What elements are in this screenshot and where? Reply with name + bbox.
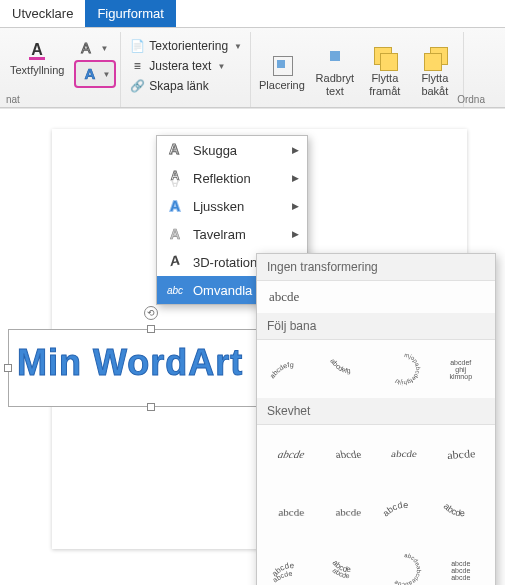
warp-option[interactable]: abcdeabcde bbox=[265, 549, 318, 585]
svg-text:abcde: abcde bbox=[382, 500, 409, 518]
warp-option[interactable]: abcde bbox=[378, 491, 431, 533]
menu-glow[interactable]: AA Ljussken ▶ bbox=[157, 192, 307, 220]
menu-shadow[interactable]: AA Skugga ▶ bbox=[157, 136, 307, 164]
chevron-down-icon: ▼ bbox=[234, 42, 242, 51]
section-warp: Skevhet bbox=[257, 398, 495, 425]
text-orientation-button[interactable]: 📄 Textorientering ▼ bbox=[125, 36, 246, 56]
svg-text:abcdefg: abcdefg bbox=[329, 357, 351, 375]
warp-option[interactable]: abcdeabcde bbox=[322, 549, 375, 585]
submenu-arrow-icon: ▶ bbox=[292, 145, 299, 155]
svg-text:abcdeabcdeabcde: abcdeabcdeabcde bbox=[393, 552, 423, 585]
resize-handle-top[interactable] bbox=[147, 325, 155, 333]
path-arch-up[interactable]: abcdefg bbox=[265, 348, 318, 390]
reflection-icon: AA bbox=[165, 169, 185, 187]
text-fill-icon: A bbox=[25, 38, 49, 62]
warp-option[interactable]: abcdeabcdeabcde bbox=[378, 549, 431, 585]
link-icon: 🔗 bbox=[129, 78, 145, 94]
svg-text:A: A bbox=[31, 41, 43, 58]
path-button[interactable]: abcdefghijklmnop bbox=[435, 348, 488, 390]
text-fill-label: Textfyllning bbox=[10, 64, 64, 76]
rotate-handle[interactable]: ⟲ bbox=[144, 306, 158, 320]
section-follow-path: Följ bana bbox=[257, 313, 495, 340]
group-label-left: nat bbox=[6, 94, 20, 105]
text-effects-button[interactable]: A ▼ bbox=[74, 60, 116, 88]
warp-option[interactable]: abcdeabcdeabcde bbox=[435, 549, 488, 585]
submenu-arrow-icon: ▶ bbox=[292, 201, 299, 211]
send-backward-label: Flytta bakåt bbox=[421, 72, 448, 96]
svg-text:A: A bbox=[82, 40, 92, 56]
menu-transform-label: Omvandla bbox=[193, 283, 252, 298]
resize-handle-left[interactable] bbox=[4, 364, 12, 372]
document-area: AA Skugga ▶ AA Reflektion ▶ AA Ljussken … bbox=[0, 108, 505, 583]
warp-option[interactable]: abcde bbox=[261, 433, 322, 475]
arrange-group: Placering Radbryt text Flytta framåt Fly… bbox=[251, 32, 464, 107]
wordart-text[interactable]: Min WordArt bbox=[9, 330, 292, 396]
align-text-icon: ≡ bbox=[129, 58, 145, 74]
svg-text:A: A bbox=[171, 177, 180, 187]
wordart-shape[interactable]: ⟲ Min WordArt bbox=[8, 329, 293, 407]
position-label: Placering bbox=[259, 79, 305, 91]
submenu-arrow-icon: ▶ bbox=[292, 229, 299, 239]
warp-row-1: abcde abcde abcde abcde bbox=[257, 425, 495, 483]
group-label-arrange: Ordna bbox=[457, 94, 485, 105]
svg-text:A: A bbox=[85, 65, 96, 82]
create-link-button[interactable]: 🔗 Skapa länk bbox=[125, 76, 212, 96]
warp-option[interactable]: abcde bbox=[430, 431, 491, 477]
bring-forward-button[interactable]: Flytta framåt bbox=[361, 44, 409, 98]
section-no-transform: Ingen transformering bbox=[257, 254, 495, 281]
svg-text:A: A bbox=[170, 226, 180, 242]
warp-option[interactable]: abcde bbox=[435, 491, 488, 533]
text-outline-button[interactable]: A ▼ bbox=[74, 38, 116, 58]
glow-icon: AA bbox=[165, 197, 185, 215]
bring-forward-icon bbox=[373, 46, 397, 70]
wrap-text-button[interactable]: Radbryt text bbox=[311, 44, 359, 98]
submenu-arrow-icon: ▶ bbox=[292, 173, 299, 183]
menu-bevel-label: Tavelram bbox=[193, 227, 246, 242]
position-button[interactable]: Placering bbox=[255, 51, 309, 93]
bevel-icon: A bbox=[165, 225, 185, 243]
menu-reflection-label: Reflektion bbox=[193, 171, 251, 186]
svg-text:A: A bbox=[170, 198, 180, 214]
follow-path-row: abcdefg abcdefg mjopabcdefghijkl abcdefg… bbox=[257, 340, 495, 398]
svg-text:abcdefg: abcdefg bbox=[269, 361, 294, 380]
create-link-label: Skapa länk bbox=[149, 79, 208, 93]
bring-forward-label: Flytta framåt bbox=[369, 72, 400, 96]
svg-text:abcde: abcde bbox=[441, 501, 464, 518]
warp-option[interactable]: abcde bbox=[318, 490, 378, 530]
wrap-text-icon bbox=[323, 46, 347, 70]
align-text-label: Justera text bbox=[149, 59, 211, 73]
warp-option[interactable]: abcde bbox=[317, 433, 378, 475]
ribbon: A Textfyllning A ▼ A ▼ 📄 Textorientering… bbox=[0, 28, 505, 108]
text-fill-button[interactable]: A Textfyllning bbox=[6, 36, 68, 78]
text-orientation-label: Textorientering bbox=[149, 39, 228, 53]
menu-shadow-label: Skugga bbox=[193, 143, 237, 158]
chevron-down-icon: ▼ bbox=[102, 70, 110, 79]
text-orientation-icon: 📄 bbox=[129, 38, 145, 54]
tab-developer[interactable]: Utvecklare bbox=[0, 0, 85, 27]
svg-rect-1 bbox=[29, 57, 45, 60]
tab-shape-format[interactable]: Figurformat bbox=[85, 0, 175, 27]
warp-option[interactable]: abcde bbox=[261, 494, 321, 534]
rotation-3d-icon: A bbox=[165, 253, 185, 271]
transform-icon: abc bbox=[165, 281, 185, 299]
warp-row-2: abcde abcde abcde abcde bbox=[257, 483, 495, 541]
text-outline-icon: A bbox=[78, 40, 94, 56]
position-icon bbox=[270, 53, 294, 77]
svg-text:A: A bbox=[170, 253, 180, 269]
shadow-icon: AA bbox=[165, 141, 185, 159]
chevron-down-icon: ▼ bbox=[100, 44, 108, 53]
resize-handle-bottom[interactable] bbox=[147, 403, 155, 411]
menu-reflection[interactable]: AA Reflektion ▶ bbox=[157, 164, 307, 192]
menu-3d-rotation-label: 3D-rotation bbox=[193, 255, 257, 270]
svg-text:mjopabcdefghijkl: mjopabcdefghijkl bbox=[394, 352, 421, 386]
path-circle[interactable]: mjopabcdefghijkl bbox=[378, 348, 431, 390]
align-text-button[interactable]: ≡ Justera text ▼ bbox=[125, 56, 229, 76]
ribbon-tabstrip: Utvecklare Figurformat bbox=[0, 0, 505, 28]
no-transform-option[interactable]: abcde bbox=[257, 281, 495, 313]
wrap-text-label: Radbryt text bbox=[316, 72, 355, 96]
path-arch-down[interactable]: abcdefg bbox=[322, 348, 375, 390]
send-backward-button[interactable]: Flytta bakåt bbox=[411, 44, 459, 98]
menu-bevel[interactable]: A Tavelram ▶ bbox=[157, 220, 307, 248]
svg-text:A: A bbox=[169, 141, 179, 157]
warp-option[interactable]: abcde bbox=[375, 436, 433, 472]
